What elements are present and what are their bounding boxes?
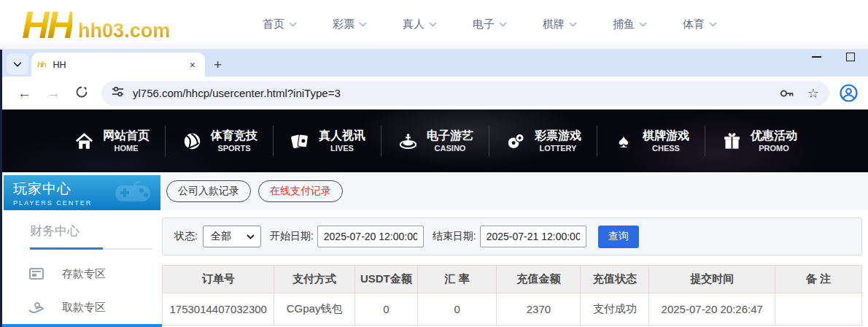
cell-recharge-amount: 2370 bbox=[497, 293, 581, 326]
banner-nav-fishing[interactable]: 捕鱼 bbox=[613, 18, 647, 31]
banner-nav-label: 棋牌 bbox=[543, 18, 565, 31]
start-date-input[interactable] bbox=[317, 226, 424, 247]
maximize-button[interactable] bbox=[846, 53, 855, 61]
section-divider bbox=[30, 248, 152, 250]
reload-icon bbox=[75, 85, 88, 99]
profile-avatar[interactable] bbox=[840, 84, 858, 102]
tab-favicon-icon: HH bbox=[37, 61, 46, 69]
new-tab-button[interactable]: + bbox=[214, 58, 222, 72]
sidebar: 玩家中心 PLAYERS CENTER 财务中心 bbox=[2, 172, 162, 327]
banner-nav-lottery[interactable]: 彩票 bbox=[333, 18, 367, 31]
cell-payment-method: CGpay钱包 bbox=[274, 293, 354, 326]
browser-tab[interactable]: HH HH × bbox=[31, 53, 205, 77]
logo-domain: hh03.com bbox=[78, 20, 170, 42]
main-panel: 公司入款记录 在线支付记录 状态: 全部 开始日期: 结束日期: 查询 订单号 bbox=[162, 172, 868, 327]
sidebar-item-recharge-records[interactable]: + 充值记录 › bbox=[2, 324, 162, 327]
deposit-machine-icon bbox=[28, 268, 44, 280]
close-tab-icon[interactable]: × bbox=[186, 58, 199, 72]
col-recharge-amount: 充值金额 bbox=[497, 266, 581, 293]
site-logo[interactable]: HH hh03.com bbox=[22, 3, 170, 47]
chevron-down-icon bbox=[499, 22, 507, 27]
banner-nav-home[interactable]: 首页 bbox=[263, 18, 297, 31]
lottery-balls-icon bbox=[505, 130, 527, 152]
sidebar-item-deposit[interactable]: 存款专区 bbox=[2, 257, 162, 291]
cell-recharge-status: 支付成功 bbox=[581, 293, 649, 326]
banner-nav-slots[interactable]: 电子 bbox=[473, 18, 507, 31]
cell-exchange-rate: 0 bbox=[418, 293, 497, 326]
main-nav-zh: 棋牌游戏 bbox=[643, 128, 689, 143]
url-text[interactable]: yl756.com/hhcp/usercenter.html?iniType=3 bbox=[133, 87, 767, 99]
main-nav-zh: 网站首页 bbox=[103, 128, 150, 143]
back-button[interactable]: ← bbox=[18, 86, 31, 100]
main-nav-en: PROMO bbox=[751, 143, 797, 153]
banner-nav-label: 真人 bbox=[403, 18, 425, 31]
main-nav-en: SPORTS bbox=[211, 143, 257, 153]
hand-money-icon bbox=[28, 302, 44, 313]
bookmark-star-icon[interactable]: ☆ bbox=[807, 85, 819, 101]
sports-ball-icon bbox=[181, 130, 203, 152]
tab-online-payment-records[interactable]: 在线支付记录 bbox=[258, 180, 343, 202]
reload-button[interactable] bbox=[75, 85, 88, 101]
site-main-nav: 网站首页 HOME 体育竞技 SPORTS bbox=[2, 109, 868, 172]
browser-tabstrip: HH HH × + bbox=[2, 50, 868, 77]
col-submit-time: 提交时间 bbox=[649, 266, 775, 293]
main-nav-promo[interactable]: 优惠活动 PROMO bbox=[705, 128, 813, 153]
start-date-label: 开始日期: bbox=[270, 230, 314, 243]
status-select-value: 全部 bbox=[211, 230, 231, 243]
banner-nav-sports[interactable]: 体育 bbox=[683, 18, 717, 31]
cell-submit-time: 2025-07-20 20:26:47 bbox=[649, 293, 775, 326]
tab-search-button[interactable] bbox=[7, 53, 28, 74]
main-nav-zh: 优惠活动 bbox=[751, 128, 797, 143]
address-bar[interactable]: yl756.com/hhcp/usercenter.html?iniType=3… bbox=[101, 81, 829, 106]
chevron-down-icon bbox=[359, 22, 367, 27]
gift-icon bbox=[721, 130, 743, 152]
end-date-label: 结束日期: bbox=[433, 230, 476, 243]
main-nav-lottery[interactable]: 彩票游戏 LOTTERY bbox=[489, 128, 597, 153]
main-nav-chess[interactable]: ♠ 棋牌游戏 CHESS bbox=[597, 128, 705, 153]
banner-nav: 首页 彩票 真人 电子 棋牌 捕鱼 体育 bbox=[263, 0, 717, 49]
col-remark: 备 注 bbox=[775, 266, 862, 293]
status-select[interactable]: 全部 bbox=[203, 226, 261, 247]
browser-toolbar: ← → yl756.com/hhcp/usercenter.html?iniTy… bbox=[2, 77, 868, 109]
filter-panel: 状态: 全部 开始日期: 结束日期: 查询 bbox=[162, 218, 862, 255]
sidebar-item-withdraw[interactable]: 取款专区 bbox=[2, 291, 162, 324]
main-nav-home[interactable]: 网站首页 HOME bbox=[58, 128, 165, 153]
chevron-down-icon bbox=[289, 22, 297, 27]
col-recharge-status: 充值状态 bbox=[581, 266, 649, 293]
end-date-input[interactable] bbox=[480, 226, 586, 247]
chevron-down-icon bbox=[247, 234, 255, 239]
roulette-icon bbox=[397, 130, 419, 152]
table-header-row: 订单号 支付方式 USDT金额 汇 率 充值金额 充值状态 提交时间 备 注 bbox=[163, 266, 862, 293]
main-nav-en: CASINO bbox=[427, 143, 473, 153]
main-nav-zh: 电子游艺 bbox=[427, 128, 473, 143]
banner-nav-live[interactable]: 真人 bbox=[403, 18, 437, 31]
payment-records-table: 订单号 支付方式 USDT金额 汇 率 充值金额 充值状态 提交时间 备 注 1… bbox=[162, 265, 862, 326]
banner-nav-label: 体育 bbox=[683, 18, 705, 31]
avatar-icon bbox=[840, 84, 858, 102]
col-usdt-amount: USDT金额 bbox=[354, 266, 417, 293]
spade-icon: ♠ bbox=[613, 130, 635, 152]
logo-text: HH bbox=[22, 3, 72, 47]
col-order-no: 订单号 bbox=[163, 266, 274, 293]
main-nav-en: LIVES bbox=[319, 143, 365, 153]
minimize-button[interactable] bbox=[812, 56, 821, 58]
tab-company-deposit-records[interactable]: 公司入款记录 bbox=[166, 180, 251, 202]
search-button[interactable]: 查询 bbox=[598, 226, 639, 248]
password-key-icon[interactable] bbox=[780, 88, 794, 99]
chevron-down-icon bbox=[639, 22, 647, 27]
chevron-down-icon bbox=[13, 61, 22, 67]
cell-remark bbox=[775, 293, 862, 326]
sidebar-item-label: 存款专区 bbox=[62, 267, 106, 281]
home-icon bbox=[73, 130, 95, 152]
banner-nav-chess[interactable]: 棋牌 bbox=[543, 18, 577, 31]
main-nav-casino[interactable]: 电子游艺 CASINO bbox=[381, 128, 489, 153]
site-info-icon[interactable] bbox=[112, 85, 124, 101]
forward-button[interactable]: → bbox=[47, 86, 61, 100]
cell-order-no: 1753014407032300 bbox=[163, 293, 274, 326]
sidebar-item-label: 取款专区 bbox=[62, 301, 106, 315]
site-banner: HH hh03.com 首页 彩票 真人 电子 棋牌 捕鱼 体育 bbox=[0, 0, 868, 50]
main-nav-lives[interactable]: 真人视讯 LIVES bbox=[274, 128, 381, 153]
main-nav-zh: 真人视讯 bbox=[319, 128, 365, 143]
record-tabs: 公司入款记录 在线支付记录 bbox=[162, 172, 868, 210]
main-nav-sports[interactable]: 体育竞技 SPORTS bbox=[166, 128, 273, 153]
